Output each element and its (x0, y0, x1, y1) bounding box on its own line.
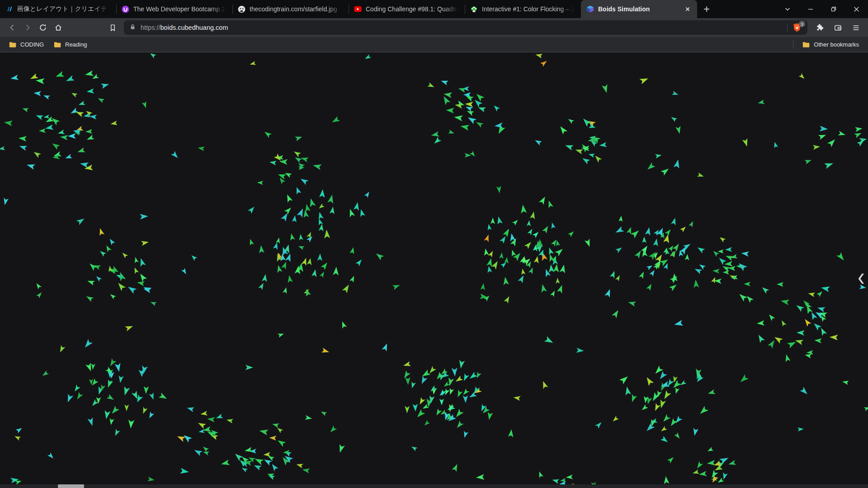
horizontal-scrollbar-thumb[interactable] (58, 484, 84, 488)
browser-window: 画像とレイアウト｜クリエイティブコーデ The Web Developer Bo… (0, 0, 868, 488)
horizontal-scrollbar[interactable] (0, 484, 868, 488)
page-content: ‹ (0, 52, 868, 488)
navigation-toolbar: https://boids.cubedhuang.com 3 (0, 18, 868, 37)
tab-title: Coding Challenge #98.1: Quadtre (366, 5, 460, 13)
brave-shield-icon[interactable]: 3 (792, 23, 802, 33)
lock-icon (129, 23, 136, 32)
toolbar-icons (812, 20, 863, 35)
youtube-logo-icon (354, 5, 362, 13)
cube-logo-icon (586, 5, 594, 13)
tab-separator (116, 5, 117, 14)
tab-separator (232, 5, 233, 14)
tab-title: Interactive #1: Color Flocking – Je (482, 5, 576, 13)
folder-icon (9, 42, 17, 48)
bookmark-label: Reading (65, 41, 87, 48)
udemy-logo-icon (122, 5, 129, 13)
other-bookmarks-label: Other bookmarks (814, 41, 859, 48)
tab-codingtrain-starfield[interactable]: thecodingtrain.com/starfield.jpg (232, 0, 349, 18)
tab-udemy-bootcamp[interactable]: The Web Developer Bootcamp 20 (116, 0, 232, 18)
bookmark-folder-reading[interactable]: Reading (50, 39, 90, 50)
url-text: https://boids.cubedhuang.com (141, 24, 228, 31)
back-button[interactable] (5, 20, 20, 35)
tab-search-chevron-icon[interactable] (776, 0, 799, 18)
tab-creative-coding[interactable]: 画像とレイアウト｜クリエイティブコーデ (0, 0, 116, 18)
forward-button[interactable] (20, 20, 35, 35)
other-bookmarks-folder[interactable]: Other bookmarks (799, 39, 863, 50)
bookmarks-separator (793, 41, 793, 49)
tab-color-flocking[interactable]: Interactive #1: Color Flocking – Je (465, 0, 581, 18)
bookmark-label: CODING (20, 41, 44, 48)
shield-counter-badge: 3 (799, 21, 805, 27)
home-button[interactable] (51, 20, 66, 35)
window-close-button[interactable] (845, 0, 868, 18)
extensions-puzzle-icon[interactable] (812, 20, 827, 35)
tab-separator (349, 5, 349, 14)
boids-canvas[interactable] (0, 52, 868, 488)
tab-youtube-quadtree[interactable]: Coding Challenge #98.1: Quadtre (349, 0, 465, 18)
urlbar-separator (787, 23, 788, 32)
url-scheme: https:// (141, 24, 160, 31)
minimize-button[interactable] (799, 0, 822, 18)
tab-strip: 画像とレイアウト｜クリエイティブコーデ The Web Developer Bo… (0, 0, 868, 18)
wallet-icon[interactable] (830, 20, 845, 35)
slashes-logo-icon (5, 5, 13, 13)
tab-title: Boids Simulation (598, 5, 679, 13)
bookmarks-bar: CODING Reading Other bookmarks (0, 37, 868, 52)
github-logo-icon (238, 5, 245, 13)
tabstrip-spacer (714, 0, 776, 18)
mushroom-logo-icon (470, 5, 478, 13)
bookmark-icon[interactable] (105, 20, 120, 35)
close-tab-icon[interactable]: ✕ (683, 4, 693, 14)
url-host: boids.cubedhuang.com (160, 24, 228, 31)
folder-icon (54, 42, 61, 48)
tab-separator (465, 5, 465, 14)
bookmark-folder-coding[interactable]: CODING (5, 39, 47, 50)
tab-title: 画像とレイアウト｜クリエイティブコーデ (17, 5, 112, 13)
address-bar[interactable]: https://boids.cubedhuang.com 3 (124, 20, 807, 35)
menu-hamburger-icon[interactable] (848, 20, 863, 35)
folder-icon (802, 42, 810, 48)
tab-title: The Web Developer Bootcamp 20 (133, 5, 228, 13)
maximize-restore-button[interactable] (822, 0, 845, 18)
new-tab-button[interactable]: + (699, 1, 714, 17)
settings-panel-toggle-chevron[interactable]: ‹ (854, 261, 868, 292)
tab-boids-simulation[interactable]: Boids Simulation ✕ (581, 0, 697, 18)
reload-button[interactable] (35, 20, 51, 35)
tab-title: thecodingtrain.com/starfield.jpg (250, 5, 344, 13)
